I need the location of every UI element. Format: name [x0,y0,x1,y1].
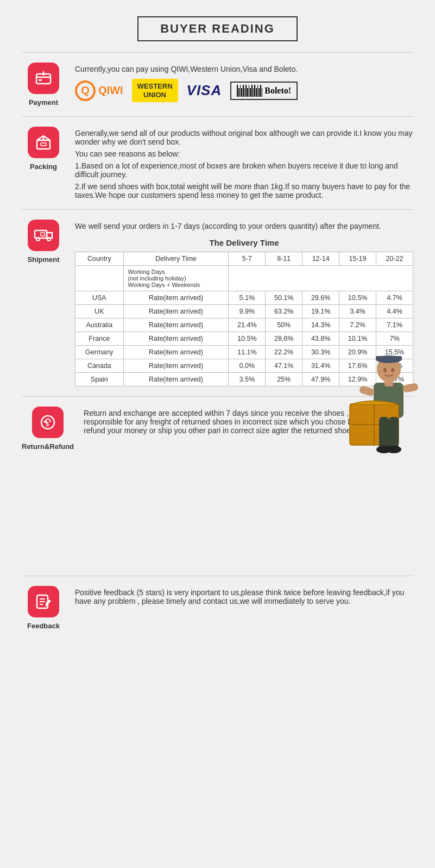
td-12-14: 30.3% [302,346,339,359]
feedback-label: Feedback [27,622,60,630]
payment-description: Currently,you can pay using QIWI,Western… [75,65,413,73]
td-8-11: 25% [266,373,302,386]
shipment-label: Shipment [27,255,59,264]
packing-icon [28,127,59,158]
svg-rect-20 [358,385,375,397]
table-subheader-row: Working Days(not including holiday)Worki… [75,266,413,291]
th-empty2 [229,266,413,291]
th-8-11: 8-11 [266,252,302,266]
td-5-7: 3.5% [229,373,266,386]
payment-label: Payment [29,98,58,107]
svg-rect-26 [379,417,389,449]
feedback-text: Positive feedback (5 stars) is very inpo… [75,588,413,605]
return-icon-wrap: $ Return&Refund [22,407,74,451]
svg-point-9 [47,238,51,241]
feedback-icon [28,586,59,617]
td-rate-label: Rate(item arrived) [123,346,229,359]
svg-rect-19 [384,380,393,386]
visa-logo: VISA [187,82,222,99]
th-working-days: Working Days(not including holiday)Worki… [123,266,229,291]
payment-icon-wrap: Payment [22,63,65,107]
barcode-lines [237,85,262,97]
td-country: USA [75,291,124,305]
payment-section: Payment Currently,you can pay using QIWI… [22,63,413,107]
svg-text:$: $ [46,421,49,427]
td-rate-label: Rate(item arrived) [123,332,229,346]
td-country: Australia [75,319,124,332]
svg-rect-3 [37,140,50,149]
td-8-11: 63.2% [266,305,302,319]
td-rate-label: Rate(item arrived) [123,305,229,319]
delivery-person-image [335,353,419,467]
td-12-14: 47.9% [302,373,339,386]
td-8-11: 22.2% [266,346,302,359]
th-20-22: 20-22 [376,252,413,266]
td-5-7: 10.5% [229,332,266,346]
th-12-14: 12-14 [302,252,339,266]
packing-content: Generally,we send all of our products wi… [75,127,413,199]
td-country: Germany [75,346,124,359]
feedback-section: Feedback Positive feedback (5 stars) is … [22,586,413,630]
td-12-14: 31.4% [302,359,339,373]
svg-rect-6 [41,143,46,146]
td-5-7: 11.1% [229,346,266,359]
return-label: Return&Refund [22,442,74,451]
td-20-22: 4.4% [376,305,413,319]
qiwi-text: QIWI [98,84,123,97]
td-12-14: 19.1% [302,305,339,319]
td-12-14: 29.6% [302,291,339,305]
boleto-text: Boleto! [264,86,291,96]
packing-text2: You can see reasons as below: [75,149,413,158]
td-5-7: 21.4% [229,319,266,332]
feedback-icon-wrap: Feedback [22,586,65,630]
td-20-22: 4.7% [376,291,413,305]
wu-text2: UNION [137,91,173,99]
shipment-icon [28,220,59,251]
svg-rect-2 [39,79,42,81]
td-15-19: 3.4% [339,305,376,319]
svg-rect-21 [402,383,419,393]
return-icon: $ [32,407,64,438]
page-wrapper: BUYER READING Payment Currently,you can … [0,0,435,868]
divider-2 [22,116,413,117]
td-8-11: 50% [266,319,302,332]
svg-point-17 [391,368,394,372]
page-title: BUYER READING [137,16,298,41]
td-rate-label: Rate(item arrived) [123,291,229,305]
shipment-icon-wrap: Shipment [22,220,65,264]
td-15-19: 10.1% [339,332,376,346]
packing-text1: Generally,we send all of our products wi… [75,129,413,146]
td-12-14: 14.3% [302,319,339,332]
wu-text: WESTERN [137,82,173,91]
td-15-19: 7.2% [339,319,376,332]
qiwi-logo: Q QIWI [75,80,123,101]
td-15-19: 10.5% [339,291,376,305]
th-5-7: 5-7 [229,252,266,266]
boleto-logo: Boleto! [230,82,298,100]
table-row: Australia Rate(item arrived) 21.4% 50% 1… [75,319,413,332]
shipment-description: We well send your orders in 1-7 days (ac… [75,222,413,230]
packing-label: Packing [30,163,57,171]
td-country: Spain [75,373,124,386]
td-12-14: 43.8% [302,332,339,346]
svg-point-8 [36,238,40,241]
td-country: France [75,332,124,346]
td-rate-label: Rate(item arrived) [123,359,229,373]
td-20-22: 7.1% [376,319,413,332]
feedback-content: Positive feedback (5 stars) is very inpo… [75,586,413,605]
table-row: France Rate(item arrived) 10.5% 28.6% 43… [75,332,413,346]
td-rate-label: Rate(item arrived) [123,319,229,332]
td-country: UK [75,305,124,319]
td-rate-label: Rate(item arrived) [123,373,229,386]
th-15-19: 15-19 [339,252,376,266]
td-8-11: 28.6% [266,332,302,346]
td-5-7: 9.9% [229,305,266,319]
table-row: UK Rate(item arrived) 9.9% 63.2% 19.1% 3… [75,305,413,319]
td-5-7: 0.0% [229,359,266,373]
divider-3 [22,209,413,210]
th-country: Country [75,252,124,266]
td-5-7: 5.1% [229,291,266,305]
svg-point-29 [386,446,401,453]
payment-logos: Q QIWI WESTERN UNION VISA [75,79,413,102]
packing-icon-wrap: Packing [22,127,65,171]
